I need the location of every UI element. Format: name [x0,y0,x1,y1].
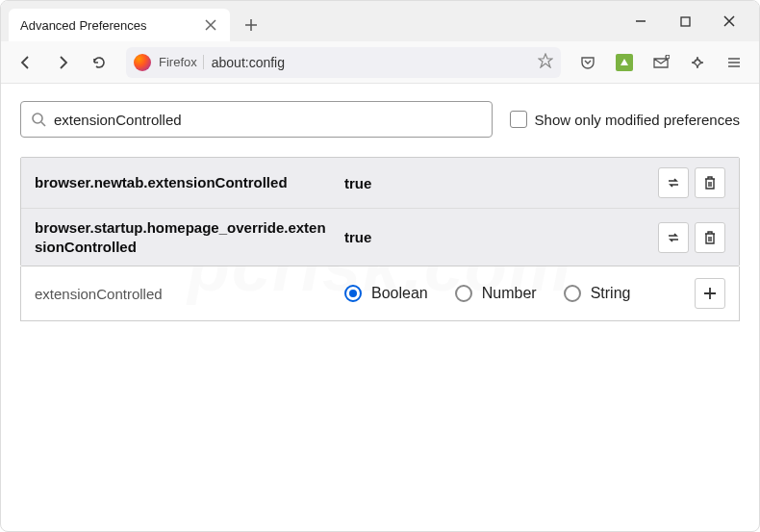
extension-icon[interactable] [609,47,640,78]
window-controls [619,7,751,36]
search-input[interactable] [54,112,482,128]
identity-label: Firefox [159,55,204,69]
forward-button[interactable] [47,47,78,78]
content-area: Show only modified preferences browser.n… [1,84,759,339]
search-box[interactable] [20,101,493,138]
pref-name: browser.newtab.extensionControlled [35,173,333,192]
new-pref-row: extensionControlled Boolean Number Strin… [20,266,740,321]
radio-icon [344,285,362,302]
prefs-table: browser.newtab.extensionControlled true … [20,157,740,266]
url-bar[interactable]: Firefox about:config [126,47,561,78]
toolbar: Firefox about:config [1,41,759,84]
pref-row[interactable]: browser.startup.homepage_override.extens… [21,209,739,266]
radio-icon [564,285,581,302]
bookmark-star-icon[interactable] [538,53,553,72]
browser-tab[interactable]: Advanced Preferences [9,9,230,41]
radio-string[interactable]: String [564,285,631,302]
toggle-button[interactable] [658,222,689,253]
url-text: about:config [212,55,530,70]
pref-value: true [344,229,646,245]
add-button[interactable] [695,278,725,309]
type-options: Boolean Number String [344,285,683,302]
mail-icon[interactable] [646,47,676,78]
delete-button[interactable] [695,222,725,253]
toggle-button[interactable] [658,167,689,198]
firefox-icon [134,54,151,71]
checkbox-icon [510,111,527,128]
new-tab-button[interactable] [238,12,265,38]
tab-title: Advanced Preferences [20,18,203,33]
titlebar: Advanced Preferences [1,1,759,41]
svg-rect-0 [681,17,690,26]
pref-name: browser.startup.homepage_override.extens… [35,218,333,256]
new-pref-name: extensionControlled [35,286,333,302]
maximize-button[interactable] [663,7,707,36]
reload-button[interactable] [84,47,114,78]
pref-row[interactable]: browser.newtab.extensionControlled true [21,158,739,209]
checkbox-label: Show only modified preferences [535,112,740,128]
search-icon [31,112,46,127]
show-modified-checkbox[interactable]: Show only modified preferences [510,111,740,128]
search-row: Show only modified preferences [20,101,740,138]
svg-point-1 [33,114,42,123]
back-button[interactable] [11,47,41,78]
pocket-icon[interactable] [572,47,603,78]
radio-number[interactable]: Number [455,285,537,302]
close-tab-icon[interactable] [203,17,218,33]
pref-value: true [344,175,646,191]
radio-icon [455,285,472,302]
minimize-button[interactable] [619,7,663,36]
close-window-button[interactable] [707,7,751,36]
shield-icon[interactable] [682,47,713,78]
pref-actions [658,222,725,253]
delete-button[interactable] [695,167,725,198]
radio-boolean[interactable]: Boolean [344,285,428,302]
menu-button[interactable] [719,47,749,78]
pref-actions [658,167,725,198]
